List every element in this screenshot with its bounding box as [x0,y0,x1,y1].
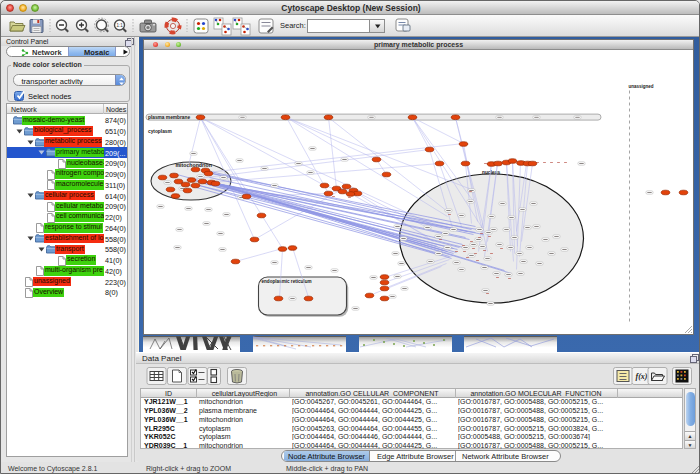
svg-text:unassigned: unassigned [628,84,653,89]
svg-text:f(x): f(x) [636,372,648,381]
svg-text:cytoplasm: cytoplasm [148,129,172,134]
svg-text:1:1: 1:1 [116,23,123,28]
svg-text:plasma membrane: plasma membrane [148,114,190,119]
svg-text:nucleus: nucleus [482,169,500,174]
